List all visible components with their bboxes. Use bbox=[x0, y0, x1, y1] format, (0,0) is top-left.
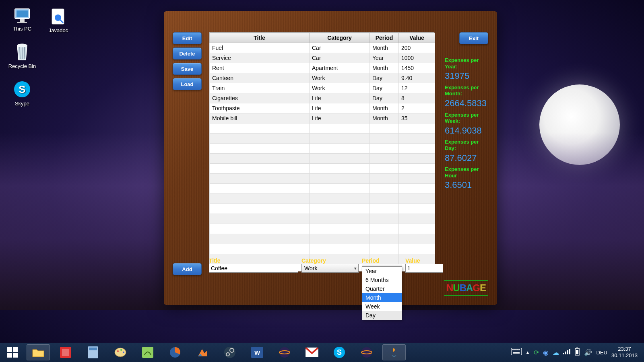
cell-title bbox=[210, 224, 310, 234]
table-row[interactable] bbox=[210, 134, 435, 144]
tray-sync-icon[interactable]: ⟳ bbox=[534, 349, 539, 356]
folder-icon bbox=[32, 347, 45, 358]
taskbar-notepadpp[interactable] bbox=[136, 344, 159, 360]
period-option[interactable]: Week bbox=[362, 302, 402, 311]
period-dropdown[interactable]: Year6 MonthsQuarterMonthWeekDay bbox=[362, 266, 402, 320]
cell-value bbox=[399, 144, 435, 154]
tray-battery-icon[interactable] bbox=[574, 348, 580, 357]
col-category[interactable]: Category bbox=[310, 33, 370, 43]
svg-point-4 bbox=[17, 44, 27, 47]
exit-button[interactable]: Exit bbox=[459, 32, 488, 44]
add-button[interactable]: Add bbox=[173, 263, 202, 275]
delete-button[interactable]: Delete bbox=[173, 47, 202, 60]
cell-value bbox=[399, 204, 435, 214]
taskbar-calculator[interactable] bbox=[81, 344, 105, 360]
cell-category bbox=[310, 234, 370, 244]
table-row[interactable]: RentApartmentMonth1450 bbox=[210, 63, 435, 73]
table-row[interactable]: TrainWorkDay12 bbox=[210, 83, 435, 93]
taskbar-firefox[interactable] bbox=[163, 344, 187, 360]
cell-period bbox=[370, 224, 399, 234]
taskbar-eclipse-2[interactable] bbox=[355, 344, 378, 360]
javadoc-icon bbox=[50, 8, 66, 26]
tray-cloud-icon[interactable]: ☁ bbox=[553, 349, 559, 356]
notepad-icon bbox=[142, 347, 153, 358]
value-input[interactable] bbox=[405, 264, 443, 273]
matlab-icon bbox=[196, 347, 208, 358]
taskbar-paint[interactable] bbox=[109, 344, 132, 360]
cell-value bbox=[399, 134, 435, 144]
taskbar-steam[interactable] bbox=[218, 344, 242, 360]
tray-language[interactable]: DEU bbox=[596, 350, 607, 356]
desktop-icon-skype[interactable]: S Skype bbox=[4, 80, 40, 107]
stats-panel: Expenses per Year: 31975 Expenses per Mo… bbox=[445, 55, 488, 191]
steam-icon bbox=[224, 346, 236, 358]
table-row[interactable] bbox=[210, 123, 435, 134]
taskbar-explorer[interactable] bbox=[27, 344, 50, 360]
tray-network-icon[interactable]: ◉ bbox=[543, 349, 549, 356]
title-input[interactable] bbox=[209, 264, 298, 273]
stat-year-value: 31975 bbox=[445, 70, 488, 82]
expenses-table: Title Category Period Value FuelCarMonth… bbox=[209, 32, 434, 272]
desktop-icon-recycle-bin[interactable]: Recycle Bin bbox=[4, 42, 40, 69]
tray-clock[interactable]: 23:37 30.11.2013 bbox=[611, 346, 638, 358]
period-option[interactable]: 6 Months bbox=[362, 276, 402, 284]
taskbar-matlab[interactable] bbox=[191, 344, 214, 360]
desktop-icon-javadoc[interactable]: Javadoc bbox=[40, 8, 76, 33]
expense-app-window: Edit Delete Save Load Exit Title Categor… bbox=[164, 11, 497, 305]
col-period[interactable]: Period bbox=[370, 33, 399, 43]
taskbar-java[interactable] bbox=[382, 344, 406, 360]
period-option[interactable]: Year bbox=[362, 267, 402, 276]
taskbar-word[interactable]: W bbox=[246, 344, 269, 360]
tray-volume-icon[interactable]: 🔊 bbox=[584, 349, 592, 356]
table-row[interactable] bbox=[210, 214, 435, 224]
table-row[interactable]: CigarettesLifeDay8 bbox=[210, 93, 435, 103]
taskbar-gmail[interactable] bbox=[300, 344, 324, 360]
cell-title bbox=[210, 123, 310, 134]
period-option[interactable]: Day bbox=[362, 311, 402, 320]
svg-point-28 bbox=[279, 347, 290, 358]
keyboard-icon[interactable] bbox=[511, 348, 522, 357]
table-row[interactable] bbox=[210, 234, 435, 244]
edit-button[interactable]: Edit bbox=[173, 32, 202, 44]
taskbar-eclipse-1[interactable] bbox=[273, 344, 296, 360]
cell-value bbox=[399, 224, 435, 234]
svg-rect-36 bbox=[512, 349, 514, 350]
tray-wifi-icon[interactable] bbox=[563, 349, 570, 356]
cell-title: Toothpaste bbox=[210, 103, 310, 113]
category-select[interactable]: Work bbox=[301, 264, 359, 273]
table-row[interactable] bbox=[210, 244, 435, 254]
table-row[interactable] bbox=[210, 164, 435, 174]
col-value[interactable]: Value bbox=[399, 33, 435, 43]
table-row[interactable]: ServiceCarYear1000 bbox=[210, 53, 435, 63]
start-button[interactable] bbox=[2, 344, 23, 360]
cell-category: Car bbox=[310, 53, 370, 63]
period-option[interactable]: Quarter bbox=[362, 284, 402, 293]
table-row[interactable] bbox=[210, 204, 435, 214]
cell-category: Car bbox=[310, 43, 370, 53]
table-row[interactable] bbox=[210, 184, 435, 194]
table-row[interactable]: FuelCarMonth200 bbox=[210, 43, 435, 53]
tray-chevron-icon[interactable]: ▲ bbox=[526, 350, 530, 355]
table-row[interactable] bbox=[210, 194, 435, 204]
taskbar-app-1[interactable] bbox=[54, 344, 77, 360]
table-row[interactable] bbox=[210, 224, 435, 234]
save-button[interactable]: Save bbox=[173, 63, 202, 75]
table-row[interactable] bbox=[210, 154, 435, 164]
col-title[interactable]: Title bbox=[210, 33, 310, 43]
taskbar-skype[interactable]: S bbox=[328, 344, 351, 360]
cell-title: Mobile bill bbox=[210, 113, 310, 123]
table-row[interactable] bbox=[210, 144, 435, 154]
table-row[interactable]: Mobile billLifeMonth35 bbox=[210, 113, 435, 123]
cell-title bbox=[210, 234, 310, 244]
cell-period: Year bbox=[370, 53, 399, 63]
cell-category bbox=[310, 214, 370, 224]
cell-value: 1450 bbox=[399, 63, 435, 73]
cell-category: Apartment bbox=[310, 63, 370, 73]
desktop-icon-this-pc[interactable]: This PC bbox=[4, 8, 40, 32]
table-row[interactable]: ToothpasteLifeMonth2 bbox=[210, 103, 435, 113]
desktop-icons: This PC Recycle Bin S Skype Javadoc bbox=[4, 8, 40, 117]
table-row[interactable] bbox=[210, 174, 435, 184]
load-button[interactable]: Load bbox=[173, 78, 202, 90]
period-option[interactable]: Month bbox=[362, 293, 402, 302]
table-row[interactable]: CanteenWorkDay9.40 bbox=[210, 73, 435, 83]
